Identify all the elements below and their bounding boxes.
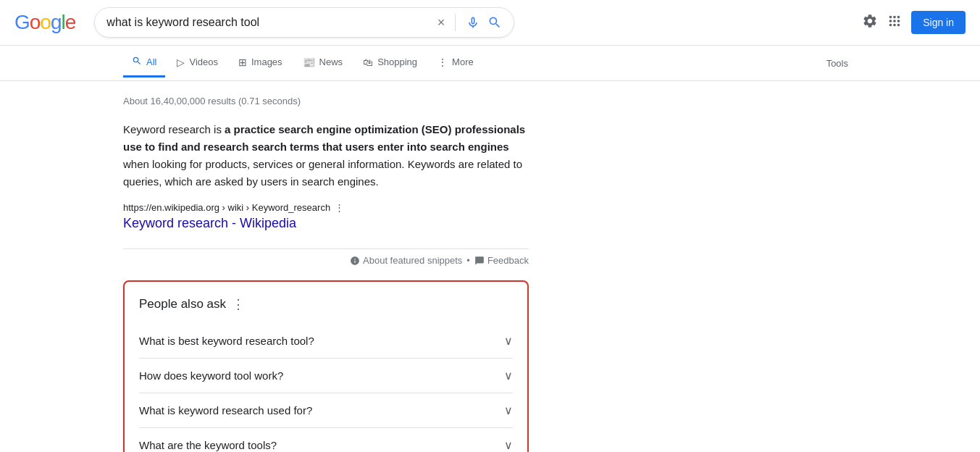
all-tab-icon (132, 56, 142, 68)
snippet-rest: when looking for products, services or g… (123, 158, 522, 188)
search-divider (455, 14, 456, 31)
about-snippets-link[interactable]: About featured snippets (350, 255, 462, 266)
paa-question-1: How does keyword tool work? (139, 369, 283, 382)
clear-icon[interactable]: × (437, 15, 445, 30)
tab-all-label: All (146, 56, 156, 67)
paa-question-0: What is best keyword research tool? (139, 335, 314, 347)
snippet-intro: Keyword research is (123, 123, 225, 135)
paa-header: People also ask ⋮ (139, 296, 513, 312)
paa-chevron-0: ∨ (504, 334, 513, 348)
tab-images-label: Images (251, 56, 282, 67)
tab-videos-label: Videos (189, 56, 218, 67)
tab-shopping[interactable]: 🛍 Shopping (354, 49, 426, 78)
search-input[interactable] (106, 16, 430, 29)
featured-snippet: Keyword research is a practice search en… (123, 121, 529, 237)
shopping-tab-icon: 🛍 (363, 56, 373, 68)
tab-news[interactable]: 📰 News (294, 49, 352, 78)
tab-images[interactable]: ⊞ Images (230, 49, 291, 78)
paa-item-1[interactable]: How does keyword tool work? ∨ (139, 359, 513, 393)
tab-news-label: News (319, 56, 343, 67)
source-url: https://en.wikipedia.org › wiki › Keywor… (123, 202, 529, 213)
paa-chevron-3: ∨ (504, 438, 513, 452)
wikipedia-link[interactable]: Keyword research - Wikipedia (123, 216, 296, 231)
tab-all[interactable]: All (123, 49, 165, 78)
results-count: About 16,40,00,000 results (0.71 seconds… (123, 96, 529, 106)
paa-chevron-1: ∨ (504, 369, 513, 382)
main-content: About 16,40,00,000 results (0.71 seconds… (0, 81, 652, 452)
videos-tab-icon: ▷ (177, 56, 185, 68)
snippet-text: Keyword research is a practice search en… (123, 121, 529, 191)
about-snippets-label: About featured snippets (363, 255, 462, 266)
people-also-ask-box: People also ask ⋮ What is best keyword r… (123, 280, 529, 452)
paa-item-0[interactable]: What is best keyword research tool? ∨ (139, 324, 513, 359)
dot-separator: • (466, 255, 470, 266)
nav-tabs: All ▷ Videos ⊞ Images 📰 News 🛍 Shopping … (0, 46, 980, 81)
feedback-link[interactable]: Feedback (474, 255, 529, 266)
search-bar: × (94, 7, 514, 38)
news-tab-icon: 📰 (303, 56, 315, 68)
paa-item-3[interactable]: What are the keyword tools? ∨ (139, 428, 513, 452)
tab-shopping-label: Shopping (377, 56, 417, 67)
sign-in-button[interactable]: Sign in (911, 11, 966, 34)
tools-button[interactable]: Tools (818, 51, 857, 76)
paa-item-2[interactable]: What is keyword research used for? ∨ (139, 393, 513, 428)
paa-chevron-2: ∨ (504, 403, 513, 417)
feedback-label: Feedback (487, 255, 529, 266)
feedback-bar: About featured snippets • Feedback (123, 248, 529, 272)
tab-more-label: More (452, 56, 474, 67)
search-button-icon[interactable] (487, 15, 502, 30)
paa-question-3: What are the keyword tools? (139, 439, 277, 451)
tab-more[interactable]: ⋮ More (429, 49, 482, 78)
google-logo[interactable]: Google (14, 11, 75, 34)
source-url-text: https://en.wikipedia.org › wiki › Keywor… (123, 202, 330, 213)
header-right: Sign in (862, 11, 966, 34)
more-tab-icon: ⋮ (437, 56, 448, 68)
settings-icon[interactable] (862, 13, 878, 33)
paa-question-2: What is keyword research used for? (139, 404, 312, 417)
source-more-icon[interactable]: ⋮ (335, 202, 344, 213)
microphone-icon[interactable] (466, 15, 480, 30)
paa-title: People also ask (139, 297, 226, 311)
tab-videos[interactable]: ▷ Videos (168, 49, 227, 78)
header: Google × Sign in (0, 0, 980, 46)
images-tab-icon: ⊞ (238, 56, 247, 68)
apps-icon[interactable] (887, 13, 902, 33)
paa-more-icon[interactable]: ⋮ (232, 296, 245, 312)
